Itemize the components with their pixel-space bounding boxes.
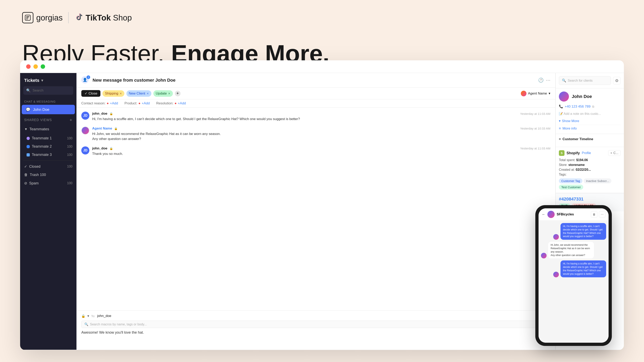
add-label: C... — [614, 151, 618, 155]
close-button[interactable]: ✓ Close — [81, 90, 100, 97]
phone-back-icon[interactable]: ← — [542, 212, 546, 217]
shared-views-label: SHARED VIEWS — [24, 118, 52, 122]
ticket-more-icon[interactable]: ⋯ — [546, 78, 550, 83]
tiktok-icon — [74, 12, 83, 23]
order-number[interactable]: #420847331 — [559, 196, 621, 202]
shopify-name: Shopify — [566, 151, 580, 155]
reply-area: 🔒 ▾ To: john_doe 🔍 Search macros by name… — [76, 310, 555, 350]
msg-avatar-agent — [81, 126, 89, 135]
more-info-row[interactable]: ≡ More info — [559, 125, 621, 130]
expand-icon: ▾ — [25, 127, 27, 131]
note-text: Add a note on this custo... — [564, 112, 601, 115]
sidebar-teammates-toggle[interactable]: ▾ Teammates — [22, 124, 75, 134]
msg-sender-3: john_doe — [92, 146, 108, 150]
search-icon: 🔍 — [26, 88, 30, 93]
customer-timeline: ≡ Customer Timeline — [556, 134, 624, 147]
tiktok-label: TikTok — [86, 13, 111, 22]
reply-body[interactable]: Awesome! We know you'll love the hat. — [81, 331, 550, 347]
phone-more-btn[interactable]: ⋯ — [599, 211, 605, 218]
agent-name-label: Agent Name — [528, 91, 547, 95]
customer-note: 📝 Add a note on this custo... — [559, 110, 621, 117]
add-tag-button[interactable]: + — [175, 91, 180, 96]
shared-views-header: SHARED VIEWS + — [20, 115, 76, 124]
teammate-1-dot — [26, 137, 30, 140]
tag-new-client[interactable]: New Client ✕ — [126, 90, 151, 97]
reply-dropdown-btn[interactable]: ▾ — [87, 314, 89, 318]
product-label: Product: — [124, 101, 137, 105]
macro-search[interactable]: 🔍 Search macros by name, tags or body... — [81, 321, 550, 328]
tag-new-client-close-icon[interactable]: ✕ — [146, 92, 149, 95]
sidebar-closed[interactable]: ✓ Closed 100 — [20, 162, 76, 171]
teammate-2-dot — [26, 145, 30, 148]
phone-agent-avatar — [541, 253, 546, 258]
tag-update-close-icon[interactable]: ✕ — [168, 92, 170, 95]
ticket-tags: ✓ Close Shipping ✕ New Client ✕ Update ✕… — [76, 88, 555, 99]
tag-chip-customer[interactable]: Customer Tag — [559, 178, 582, 183]
agent-assign[interactable]: Agent Name ▾ — [521, 91, 550, 96]
copy-icon[interactable]: ⧉ — [592, 105, 594, 108]
sidebar-item-john-doe[interactable]: 💬 John Doe — [22, 105, 75, 114]
search-placeholder: Search for clients — [568, 79, 593, 82]
tiktok-shop-text: TikTok Shop — [86, 13, 132, 22]
phone-bubble-3: Hi, I'm having a scuffle atm, I can't de… — [560, 260, 606, 277]
tag-update-label: Update — [156, 91, 167, 95]
add-shared-view-icon[interactable]: + — [70, 117, 72, 123]
resolution-add-btn[interactable]: +Add — [178, 101, 186, 105]
customer-avatar — [559, 91, 569, 102]
phone-header: ← SFBicycles 🗑 ⋯ — [538, 208, 608, 221]
product-add-btn[interactable]: +Add — [142, 101, 150, 105]
right-settings-btn[interactable]: ⚙ — [613, 77, 621, 84]
gorgias-logo: gorgias — [22, 12, 62, 23]
msg-body-2: Hi John, we would recommend the RelaxeGr… — [92, 131, 550, 142]
msg-sender-1: john_doe — [92, 112, 108, 116]
msg-avatar-jd-1: JD — [81, 112, 89, 120]
msg-time-1: Yesterday at 11:03 AM — [520, 112, 550, 115]
tag-shipping-close-icon[interactable]: ✕ — [120, 92, 122, 95]
notification-dot: 2 — [86, 75, 90, 79]
created-at-value: 02/22/20... — [576, 168, 591, 171]
tag-chip-inactive[interactable]: Inactive Subscr... — [584, 178, 612, 183]
contact-add-btn[interactable]: +Add — [110, 101, 118, 105]
more-info-label: More info — [562, 126, 577, 130]
msg-header-2: Agent Name 🔒 Yesterday at 10:33 AM — [92, 126, 550, 130]
phone-icon: 📞 — [559, 104, 563, 109]
shopify-profile-link[interactable]: Profile — [582, 151, 591, 155]
sidebar-teammate-1[interactable]: Teammate 1 100 — [20, 134, 76, 142]
tag-shipping[interactable]: Shipping ✕ — [102, 90, 124, 97]
sidebar-tickets-header[interactable]: Tickets ▾ — [20, 73, 76, 86]
phone-contact-name: SFBicycles — [557, 213, 589, 216]
svg-rect-1 — [26, 16, 30, 17]
tag-chip-test[interactable]: Test Customer — [559, 185, 583, 190]
timeline-label: Customer Timeline — [562, 137, 593, 141]
msg-content-3: john_doe 🔒 Yesterday at 11:03 AM Thank y… — [92, 146, 550, 156]
resolution-required-icon: ● — [174, 101, 176, 105]
shop-label: Shop — [113, 13, 132, 22]
spam-badge: 100 — [67, 181, 72, 185]
ticket-title: New message from customer John Doe — [92, 78, 176, 83]
msg-header-1: john_doe 🔒 Yesterday at 11:03 AM — [92, 112, 550, 116]
ticket-clock-icon[interactable]: 🕐 — [538, 78, 544, 83]
sidebar-search[interactable]: 🔍 Search — [23, 86, 73, 95]
msg-lock-icon-3: 🔒 — [110, 147, 113, 150]
closed-label: Closed — [29, 164, 40, 169]
product-item: Product: ● +Add — [124, 101, 150, 105]
sidebar-spam[interactable]: ⊘ Spam 100 — [20, 179, 76, 187]
msg-body-1: Hi, I'm having a scuffle atm, I can't de… — [92, 116, 550, 122]
sidebar-teammate-2[interactable]: Teammate 2 100 — [20, 142, 76, 151]
show-more-btn[interactable]: ▾ Show More — [559, 119, 621, 123]
phone-trash-btn[interactable]: 🗑 — [591, 211, 597, 218]
spam-icon: ⊘ — [24, 181, 27, 185]
info-icon: ≡ — [559, 126, 561, 130]
sidebar-trash[interactable]: 🗑 Trash 100 — [20, 171, 76, 179]
tag-update[interactable]: Update ✕ — [153, 90, 173, 97]
reply-to: 🔒 ▾ To: john_doe — [81, 314, 550, 318]
msg-time-2: Yesterday at 10:33 AM — [520, 127, 550, 130]
tag-chips: Customer Tag Inactive Subscr... Test Cus… — [559, 178, 621, 190]
client-search-input[interactable]: 🔍 Search for clients — [559, 76, 611, 85]
shopify-add-btn[interactable]: + C... — [608, 150, 621, 156]
ticket-actions: 🕐 ⋯ — [538, 78, 550, 83]
customer-profile: John Doe 📞 +40 123 456 789 ⧉ 📝 Add a not… — [556, 88, 624, 134]
total-spent: Total spent: $194.06 — [559, 158, 621, 162]
sidebar-teammate-3[interactable]: Teammate 3 100 — [20, 151, 76, 159]
contact-reason-item: Contact reason: ● +Add — [81, 101, 118, 105]
